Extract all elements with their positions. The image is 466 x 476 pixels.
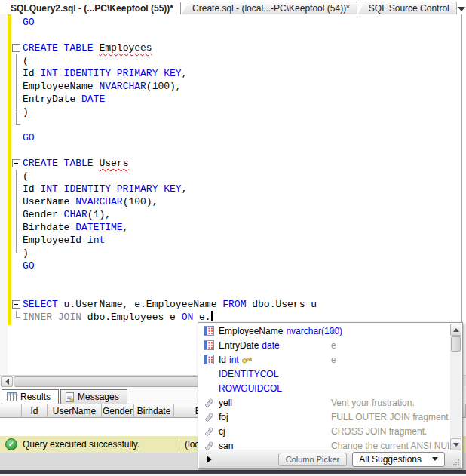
code-token: ) xyxy=(23,106,29,118)
code-area[interactable]: GOCREATE TABLE Employees(Id INT IDENTITY… xyxy=(11,16,317,324)
code-token: NVARCHAR xyxy=(99,80,146,93)
fold-margin xyxy=(11,311,23,324)
grid-column-header[interactable]: Gender xyxy=(102,404,134,418)
code-line[interactable]: EmployeeName NVARCHAR(100), xyxy=(11,80,317,93)
document-tab[interactable]: SQL Source Control xyxy=(358,2,457,14)
fold-toggle[interactable] xyxy=(11,298,23,311)
suggestion-item[interactable]: EntryDatedatee xyxy=(199,338,449,352)
document-tab-strip: SQLQuery2.sql - (...PC\Keepfool (55))*Cr… xyxy=(0,0,466,14)
code-line[interactable]: UserName NVARCHAR(100), xyxy=(11,195,317,208)
popup-scrollbar-thumb[interactable] xyxy=(451,336,461,352)
tab-list-dropdown-icon[interactable] xyxy=(458,7,465,11)
document-tab[interactable]: SQLQuery2.sql - (...PC\Keepfool (55))* xyxy=(0,2,181,14)
document-tab[interactable]: Create.sql - (local...-PC\Keepfool (54))… xyxy=(182,2,357,14)
code-token: ( xyxy=(23,54,29,67)
code-line[interactable]: EmployeeId int xyxy=(11,234,317,247)
scroll-left-icon[interactable] xyxy=(1,376,13,387)
resize-grip[interactable] xyxy=(452,459,460,466)
column-picker-button[interactable]: Column Picker xyxy=(278,453,348,466)
primary-key-icon xyxy=(241,355,252,364)
code-token: CREATE TABLE xyxy=(23,41,99,54)
code-line[interactable]: SELECT u.UserName, e.EmployeeName FROM d… xyxy=(11,298,317,311)
suggestion-item[interactable]: cjCROSS JOIN fragment. xyxy=(199,424,449,438)
fold-toggle[interactable] xyxy=(11,157,23,170)
success-check-icon: ✓ xyxy=(5,438,17,450)
code-line[interactable]: Id INT IDENTITY PRIMARY KEY, xyxy=(11,183,317,195)
text-caret xyxy=(211,311,213,321)
collapse-minus-icon[interactable] xyxy=(12,44,20,52)
snippet-icon xyxy=(204,412,219,422)
suggestion-item[interactable]: fojFULL OUTER JOIN fragment. xyxy=(199,410,449,424)
code-token: Id xyxy=(23,67,40,80)
fold-margin xyxy=(11,183,23,195)
code-line[interactable]: ( xyxy=(11,170,317,183)
code-line[interactable]: EntryDate DATE xyxy=(11,93,317,106)
code-line[interactable] xyxy=(11,144,317,157)
suggestion-name: Id xyxy=(219,355,226,365)
grid-column-header[interactable]: Birhdate xyxy=(134,404,174,418)
fold-margin xyxy=(11,131,23,144)
code-token: DATETIME xyxy=(75,221,122,234)
expand-arrow-icon[interactable] xyxy=(207,456,212,463)
code-line[interactable]: GO xyxy=(11,259,317,272)
code-line[interactable]: Gender CHAR(1), xyxy=(11,208,317,221)
popup-footer: Column Picker All Suggestions xyxy=(199,450,461,468)
fold-margin xyxy=(11,118,23,131)
suggestion-item[interactable]: ROWGUIDCOL xyxy=(199,381,449,395)
code-line[interactable] xyxy=(11,118,317,131)
grid-column-header[interactable]: Id xyxy=(22,404,48,418)
code-token: GO xyxy=(23,259,35,272)
code-token: GO xyxy=(23,131,35,144)
code-line[interactable] xyxy=(11,285,317,298)
scroll-up-icon[interactable] xyxy=(450,324,461,336)
code-token: ( xyxy=(23,170,29,183)
tab-messages[interactable]: Messages xyxy=(60,389,127,404)
code-token: Birhdate xyxy=(23,221,75,234)
collapse-minus-icon[interactable] xyxy=(12,300,20,309)
code-line[interactable]: CREATE TABLE Users xyxy=(11,157,317,170)
sql-editor[interactable]: GOCREATE TABLE Employees(Id INT IDENTITY… xyxy=(0,14,466,375)
code-token: SELECT xyxy=(23,298,64,311)
popup-scrollbar[interactable] xyxy=(450,324,461,450)
code-token: GO xyxy=(23,16,35,29)
suggestion-name: EmployeeName xyxy=(219,326,283,336)
code-token: UserName xyxy=(23,195,75,208)
code-line[interactable]: ( xyxy=(11,54,317,67)
code-token: DATE xyxy=(81,93,105,106)
grid-column-header[interactable] xyxy=(0,404,22,418)
code-line[interactable]: Id INT IDENTITY PRIMARY KEY, xyxy=(11,67,317,80)
fold-margin xyxy=(11,93,23,106)
suggestion-item[interactable]: Idinte xyxy=(199,352,449,367)
suggestion-item[interactable]: IDENTITYCOL xyxy=(199,367,449,381)
code-token: NVARCHAR xyxy=(75,195,122,208)
code-line[interactable] xyxy=(11,29,317,41)
code-token: dbo.Users u xyxy=(252,298,317,311)
code-line[interactable]: CREATE TABLE Employees xyxy=(11,41,317,54)
tab-results[interactable]: Results xyxy=(2,389,59,404)
scroll-down-icon[interactable] xyxy=(450,438,461,450)
code-token: EntryDate xyxy=(23,93,81,106)
collapse-minus-icon[interactable] xyxy=(12,159,20,167)
suggestion-filter-button[interactable]: All Suggestions xyxy=(352,452,445,467)
grid-column-header[interactable]: UserName xyxy=(48,404,102,418)
code-line[interactable]: ) xyxy=(11,106,317,118)
code-line[interactable]: GO xyxy=(11,131,317,144)
chevron-down-icon xyxy=(432,457,438,461)
code-line[interactable]: GO xyxy=(11,16,317,29)
code-line[interactable]: ) xyxy=(11,247,317,259)
messages-icon xyxy=(66,392,74,402)
fold-toggle[interactable] xyxy=(11,41,23,54)
suggestion-item[interactable]: EmployeeNamenvarchar(100)e xyxy=(199,324,449,338)
suggestion-name: ROWGUIDCOL xyxy=(219,383,282,394)
code-line[interactable]: Birhdate DATETIME, xyxy=(11,221,317,234)
suggestion-item[interactable]: yellVent your frustration. xyxy=(199,395,449,410)
code-token: u.UserName, e.EmployeeName xyxy=(64,298,223,311)
code-token: INNER JOIN xyxy=(23,311,87,324)
code-token: (1), xyxy=(87,208,111,221)
fold-margin xyxy=(11,29,23,41)
code-line[interactable] xyxy=(11,272,317,285)
snippet-icon xyxy=(204,426,219,436)
fold-margin xyxy=(11,195,23,208)
suggestion-list: EmployeeNamenvarchar(100)eEntryDatedatee… xyxy=(199,324,449,450)
suggestion-item[interactable]: sanChange the current ANSI NUL xyxy=(199,438,449,450)
